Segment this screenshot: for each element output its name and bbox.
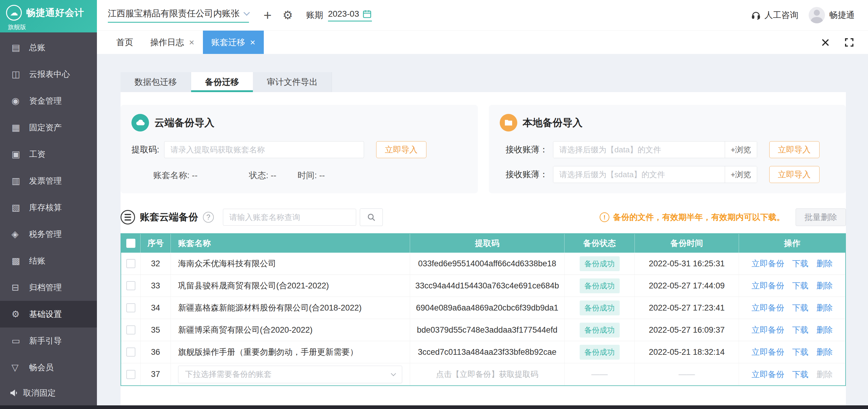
close-icon[interactable]: × [821, 35, 830, 50]
download-link[interactable]: 下载 [792, 258, 809, 269]
backup-now-link[interactable]: 立即备份 [752, 280, 784, 291]
app-root: ☁ 畅捷通好会计 旗舰版 ▤ 总账 ◫ 云报表中心 ◉ 资金管理 ▦ 固定资产 [0, 0, 868, 409]
unpin-sidebar-button[interactable]: 取消固定 [0, 381, 97, 405]
sub-tabs: 数据包迁移 备份迁移 审计文件导出 [121, 72, 846, 92]
edition-badge: 旗舰版 [8, 23, 97, 31]
inventory-icon: ▧ [11, 202, 26, 213]
cell-name: 巩留县骏科晟商贸有限公司(合2021-2022) [171, 275, 410, 297]
tab-account-migration[interactable]: 账套迁移 × [203, 31, 264, 54]
status-badge: 备份成功 [580, 256, 620, 271]
settings-gear-icon[interactable]: ⚙ [283, 9, 293, 21]
delete-link[interactable]: 删除 [816, 324, 833, 335]
cell-time: 2022-05-31 16:25:31 [635, 253, 739, 274]
extraction-code-input[interactable] [164, 141, 364, 158]
sidebar-item-basic-settings[interactable]: ⚙ 基础设置 [0, 301, 97, 327]
company-selector[interactable]: 江西服宝精品有限责任公司内账张 [108, 7, 249, 23]
download-link[interactable]: 下载 [792, 347, 809, 357]
delete-link[interactable]: 删除 [816, 258, 833, 269]
sidebar-item-closing[interactable]: ▩ 结账 [0, 247, 97, 274]
table-row: 34 新疆嘉格森新能源材料股份有限公司(合2018-2022) 6904e089… [121, 297, 845, 319]
warning-text: 备份的文件，有效期半年，有效期内可以下载。 [613, 212, 785, 223]
backup-now-link[interactable]: 立即备份 [752, 369, 784, 380]
subtab-audit-export[interactable]: 审计文件导出 [253, 72, 332, 92]
download-link[interactable]: 下载 [792, 324, 809, 335]
period-value-field[interactable]: 2023-03 [328, 9, 372, 22]
cell-time: 2022-05-27 16:09:37 [635, 319, 739, 341]
sidebar-item-label: 云报表中心 [29, 69, 70, 80]
support-button[interactable]: 人工咨询 [751, 9, 798, 21]
subtab-data-package-migration[interactable]: 数据包迁移 [121, 72, 191, 92]
backup-search-input[interactable] [223, 209, 356, 226]
row-checkbox[interactable] [126, 325, 135, 334]
search-button[interactable] [360, 208, 383, 226]
sidebar-item-general-ledger[interactable]: ▤ 总账 [0, 34, 97, 61]
select-all-checkbox[interactable] [126, 239, 135, 248]
sidebar-item-fixed-assets[interactable]: ▦ 固定资产 [0, 114, 97, 141]
download-link[interactable]: 下载 [792, 369, 809, 380]
tab-home[interactable]: 首页 [108, 31, 142, 54]
sidebar-item-tax[interactable]: ◈ 税务管理 [0, 221, 97, 247]
backup-now-link[interactable]: 立即备份 [752, 258, 784, 269]
sidebar-item-archive[interactable]: ⊟ 归档管理 [0, 274, 97, 301]
sidebar-item-payroll[interactable]: ▣ 工资 [0, 141, 97, 168]
content-area: 数据包迁移 备份迁移 审计文件导出 [97, 54, 868, 409]
backup-now-link[interactable]: 立即备份 [752, 302, 784, 313]
tax-icon: ◈ [11, 229, 26, 239]
batch-delete-button[interactable]: 批量删除 [796, 208, 846, 226]
backup-now-link[interactable]: 立即备份 [752, 347, 784, 357]
browse-sdata-button[interactable]: +浏览 [725, 166, 757, 183]
delete-link[interactable]: 删除 [816, 302, 833, 313]
backup-now-link[interactable]: 立即备份 [752, 324, 784, 335]
cloud-import-title: 云端备份导入 [154, 116, 214, 130]
sdata-file-input[interactable] [553, 166, 725, 183]
topbar-right: 人工咨询 畅捷通 [751, 7, 855, 23]
local-import-button-1[interactable]: 立即导入 [769, 141, 819, 158]
table-header-row: 序号 账套名称 提取码 备份状态 备份时间 操作 [121, 234, 845, 253]
row-checkbox[interactable] [126, 370, 135, 379]
avatar[interactable] [809, 7, 825, 23]
sidebar-item-membership[interactable]: ▽ 畅会员 [0, 354, 97, 381]
backup-migration-sheet: 云端备份导入 提取码: 立即导入 账套名称: -- [121, 92, 846, 409]
fullscreen-icon[interactable] [844, 37, 855, 48]
tab-operation-log[interactable]: 操作日志 × [142, 31, 203, 54]
cloud-import-button[interactable]: 立即导入 [376, 141, 427, 158]
status-value: -- [271, 171, 277, 180]
sidebar-item-beginner-guide[interactable]: ▭ 新手引导 [0, 327, 97, 354]
tab-close-icon[interactable]: × [189, 38, 194, 47]
tab-close-icon[interactable]: × [250, 38, 256, 47]
local-import-button-2[interactable]: 立即导入 [769, 166, 819, 183]
help-icon[interactable]: ? [203, 212, 214, 223]
sidebar-item-cloud-reports[interactable]: ◫ 云报表中心 [0, 61, 97, 88]
invoice-icon: ▥ [11, 175, 26, 186]
row-checkbox[interactable] [126, 259, 135, 268]
add-icon[interactable]: + [264, 8, 272, 22]
sidebar-item-invoices[interactable]: ▥ 发票管理 [0, 168, 97, 194]
sidebar-item-inventory[interactable]: ▧ 库存核算 [0, 194, 97, 221]
table-row: 32 海南众禾优海科技有限公司 033fed6e95514004aff66c4d… [121, 253, 845, 275]
tab-bar: 首页 操作日志 × 账套迁移 × × [97, 30, 868, 54]
closing-icon: ▩ [11, 255, 26, 266]
header-name: 账套名称 [171, 234, 410, 253]
sidebar-item-label: 总账 [29, 42, 45, 53]
download-link[interactable]: 下载 [792, 280, 809, 291]
sdata-file-group: +浏览 [553, 166, 757, 183]
receive-book-label: 接收账薄： [500, 144, 548, 155]
account-select-dropdown[interactable]: 下拉选择需要备份的账套 [178, 366, 402, 383]
row-checkbox[interactable] [126, 303, 135, 312]
data-file-group: +浏览 [553, 141, 757, 158]
row-checkbox[interactable] [126, 281, 135, 290]
period-label: 账期 [306, 9, 323, 21]
delete-link[interactable]: 删除 [816, 347, 833, 357]
browse-data-button[interactable]: +浏览 [725, 142, 757, 158]
code-hint: 点击【立即备份】获取提取码 [436, 369, 538, 380]
delete-link[interactable]: 删除 [816, 280, 833, 291]
payroll-icon: ▣ [11, 149, 26, 159]
cloud-backup-import-panel: 云端备份导入 提取码: 立即导入 账套名称: -- [121, 105, 478, 193]
row-checkbox[interactable] [126, 348, 135, 357]
data-file-input[interactable] [553, 142, 725, 158]
subtab-backup-migration[interactable]: 备份迁移 [191, 72, 253, 92]
header-no: 序号 [141, 234, 171, 253]
sidebar-item-label: 发票管理 [29, 175, 62, 186]
sidebar-item-funds[interactable]: ◉ 资金管理 [0, 88, 97, 114]
download-link[interactable]: 下载 [792, 302, 809, 313]
